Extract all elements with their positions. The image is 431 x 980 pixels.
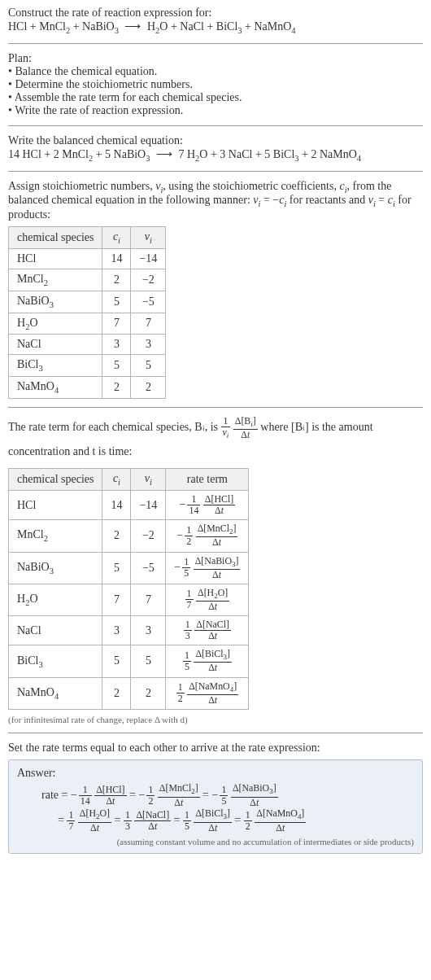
cell-c: 5 <box>102 355 131 377</box>
cell-c: 5 <box>102 645 131 677</box>
cell-nu: 5 <box>131 645 166 677</box>
stoich-table: chemical species ci νi HCl14−14MnCl22−2N… <box>8 226 166 399</box>
cell-nu: −14 <box>131 248 166 269</box>
cell-species: NaCl <box>9 335 102 355</box>
rate-intro-delta: Δ[Bi] Δt <box>233 416 258 440</box>
plan-item: • Balance the chemical equation. <box>8 65 423 78</box>
plan-item: • Write the rate of reaction expression. <box>8 104 423 117</box>
cell-species: H2O <box>9 313 102 335</box>
answer-note: (assuming constant volume and no accumul… <box>17 837 414 847</box>
cell-species: NaMnO4 <box>9 377 102 399</box>
cell-rate: 15 Δ[BiCl3]Δt <box>166 645 249 677</box>
divider <box>8 171 423 172</box>
cell-c: 3 <box>102 335 131 355</box>
cell-species: MnCl2 <box>9 520 102 552</box>
col-c: ci <box>102 227 131 249</box>
cell-nu: 2 <box>131 377 166 399</box>
divider <box>8 733 423 733</box>
col-nu: νi <box>131 469 166 491</box>
table-row: H2O7717 Δ[H2O]Δt <box>9 584 249 615</box>
cell-c: 2 <box>102 520 131 552</box>
cell-c: 14 <box>102 491 131 520</box>
rate-expression-line2: = 17 Δ[H2O]Δt = 13 Δ[NaCl]Δt = 15 Δ[BiCl… <box>58 808 414 833</box>
cell-nu: 3 <box>131 335 166 355</box>
plan-heading: Plan: <box>8 52 423 65</box>
stoich-section: Assign stoichiometric numbers, νi, using… <box>8 180 423 399</box>
cell-species: NaCl <box>9 616 102 645</box>
cell-nu: 5 <box>131 355 166 377</box>
cell-species: NaMnO4 <box>9 677 102 709</box>
cell-nu: 2 <box>131 677 166 709</box>
cell-rate: −114 Δ[HCl]Δt <box>166 491 249 520</box>
balanced-heading: Write the balanced chemical equation: <box>8 134 423 147</box>
cell-nu: 3 <box>131 616 166 645</box>
cell-species: BiCl3 <box>9 355 102 377</box>
cell-c: 5 <box>102 291 131 313</box>
rate-intro: The rate term for each chemical species,… <box>8 416 423 463</box>
prompt-section: Construct the rate of reaction expressio… <box>8 7 423 35</box>
rate-expression-line1: rate = −114 Δ[HCl]Δt = −12 Δ[MnCl2]Δt = … <box>41 783 414 808</box>
prompt-line1: Construct the rate of reaction expressio… <box>8 7 423 20</box>
cell-nu: −14 <box>131 491 166 520</box>
answer-label: Answer: <box>17 767 414 780</box>
cell-c: 2 <box>102 377 131 399</box>
col-species: chemical species <box>9 227 102 249</box>
cell-c: 2 <box>102 269 131 291</box>
cell-species: NaBiO3 <box>9 291 102 313</box>
col-species: chemical species <box>9 469 102 491</box>
table-row: H2O77 <box>9 313 166 335</box>
cell-species: H2O <box>9 584 102 615</box>
cell-rate: 13 Δ[NaCl]Δt <box>166 616 249 645</box>
plan-section: Plan: • Balance the chemical equation. •… <box>8 52 423 117</box>
rate-table: chemical species ci νi rate term HCl14−1… <box>8 468 249 710</box>
table-row: BiCl355 <box>9 355 166 377</box>
plan-item: • Assemble the rate term for each chemic… <box>8 91 423 104</box>
table-row: NaMnO42212 Δ[NaMnO4]Δt <box>9 677 249 709</box>
divider <box>8 43 423 44</box>
cell-species: BiCl3 <box>9 645 102 677</box>
cell-nu: −2 <box>131 520 166 552</box>
rate-term-section: The rate term for each chemical species,… <box>8 416 423 724</box>
cell-rate: 12 Δ[NaMnO4]Δt <box>166 677 249 709</box>
table-row: NaCl3313 Δ[NaCl]Δt <box>9 616 249 645</box>
stoich-intro: Assign stoichiometric numbers, νi, using… <box>8 180 423 222</box>
col-c: ci <box>102 469 131 491</box>
cell-species: HCl <box>9 491 102 520</box>
rate-intro-coef: 1 νi <box>221 416 231 440</box>
table-row: MnCl22−2−12 Δ[MnCl2]Δt <box>9 520 249 552</box>
table-row: BiCl35515 Δ[BiCl3]Δt <box>9 645 249 677</box>
cell-c: 14 <box>102 248 131 269</box>
cell-c: 7 <box>102 313 131 335</box>
final-heading: Set the rate terms equal to each other t… <box>8 742 423 755</box>
table-row: NaCl33 <box>9 335 166 355</box>
cell-nu: 7 <box>131 313 166 335</box>
table-row: NaMnO422 <box>9 377 166 399</box>
table-row: NaBiO35−5−15 Δ[NaBiO3]Δt <box>9 552 249 584</box>
cell-species: NaBiO3 <box>9 552 102 584</box>
cell-nu: 7 <box>131 584 166 615</box>
balanced-section: Write the balanced chemical equation: 14… <box>8 134 423 163</box>
col-rate: rate term <box>166 469 249 491</box>
cell-species: MnCl2 <box>9 269 102 291</box>
cell-nu: −2 <box>131 269 166 291</box>
cell-rate: −12 Δ[MnCl2]Δt <box>166 520 249 552</box>
table-row: HCl14−14−114 Δ[HCl]Δt <box>9 491 249 520</box>
cell-c: 2 <box>102 677 131 709</box>
prompt-equation: HCl + MnCl2 + NaBiO3 ⟶ H2O + NaCl + BiCl… <box>8 20 423 35</box>
cell-rate: −15 Δ[NaBiO3]Δt <box>166 552 249 584</box>
infinitesimal-note: (for infinitesimal rate of change, repla… <box>8 715 423 724</box>
cell-c: 5 <box>102 552 131 584</box>
divider <box>8 407 423 408</box>
final-section: Set the rate terms equal to each other t… <box>8 742 423 854</box>
cell-species: HCl <box>9 248 102 269</box>
plan-item: • Determine the stoichiometric numbers. <box>8 78 423 91</box>
divider <box>8 125 423 126</box>
table-row: MnCl22−2 <box>9 269 166 291</box>
table-row: NaBiO35−5 <box>9 291 166 313</box>
balanced-equation: 14 HCl + 2 MnCl2 + 5 NaBiO3 ⟶ 7 H2O + 3 … <box>8 147 423 163</box>
table-row: HCl14−14 <box>9 248 166 269</box>
cell-c: 7 <box>102 584 131 615</box>
cell-c: 3 <box>102 616 131 645</box>
cell-nu: −5 <box>131 291 166 313</box>
col-nu: νi <box>131 227 166 249</box>
